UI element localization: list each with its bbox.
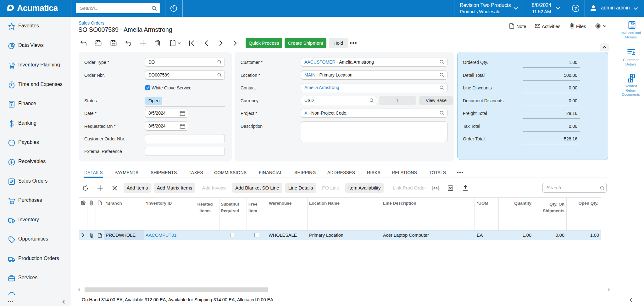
svg-text:?: ? (574, 6, 577, 11)
svg-text:$: $ (632, 22, 634, 25)
